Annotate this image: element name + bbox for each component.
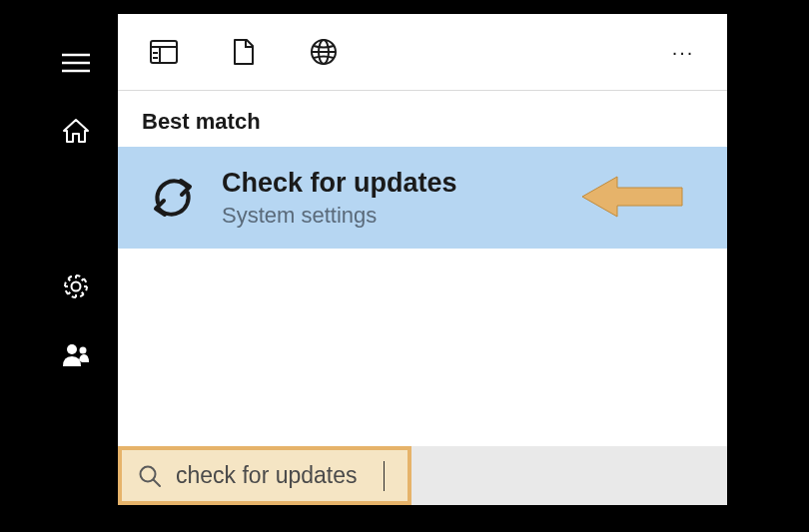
- ellipsis-icon: ···: [672, 41, 695, 64]
- result-subtitle: System settings: [222, 203, 457, 229]
- search-icon: [138, 464, 162, 488]
- hamburger-icon: [62, 53, 90, 73]
- text-caret: [384, 461, 385, 491]
- more-button[interactable]: ···: [661, 30, 705, 74]
- refresh-icon: [142, 167, 204, 229]
- search-area: [118, 446, 727, 505]
- document-icon: [233, 38, 255, 66]
- search-box[interactable]: [118, 446, 411, 505]
- section-header: Best match: [118, 91, 727, 147]
- arrow-left-icon: [577, 172, 687, 222]
- web-filter-button[interactable]: [302, 30, 346, 74]
- result-text: Check for updates System settings: [222, 167, 457, 229]
- apps-filter-button[interactable]: [142, 30, 186, 74]
- people-icon: [62, 342, 90, 366]
- svg-point-6: [80, 347, 87, 354]
- svg-point-3: [72, 282, 81, 291]
- sidebar: [34, 14, 118, 505]
- svg-point-5: [67, 344, 77, 354]
- gear-icon: [62, 272, 90, 300]
- people-button[interactable]: [51, 329, 101, 379]
- results-content: ··· Best match Check for updates System …: [118, 14, 727, 505]
- home-button[interactable]: [51, 106, 101, 156]
- hamburger-menu-button[interactable]: [51, 38, 101, 88]
- settings-button[interactable]: [51, 262, 101, 311]
- apps-icon: [150, 40, 178, 64]
- svg-line-16: [154, 479, 161, 486]
- home-icon: [62, 118, 90, 144]
- annotation-arrow: [577, 172, 687, 226]
- globe-icon: [310, 38, 338, 66]
- documents-filter-button[interactable]: [222, 30, 266, 74]
- result-title: Check for updates: [222, 167, 457, 199]
- search-panel: ··· Best match Check for updates System …: [34, 14, 727, 505]
- search-input[interactable]: [176, 462, 386, 489]
- result-check-for-updates[interactable]: Check for updates System settings: [118, 147, 727, 249]
- filter-toolbar: ···: [118, 14, 727, 91]
